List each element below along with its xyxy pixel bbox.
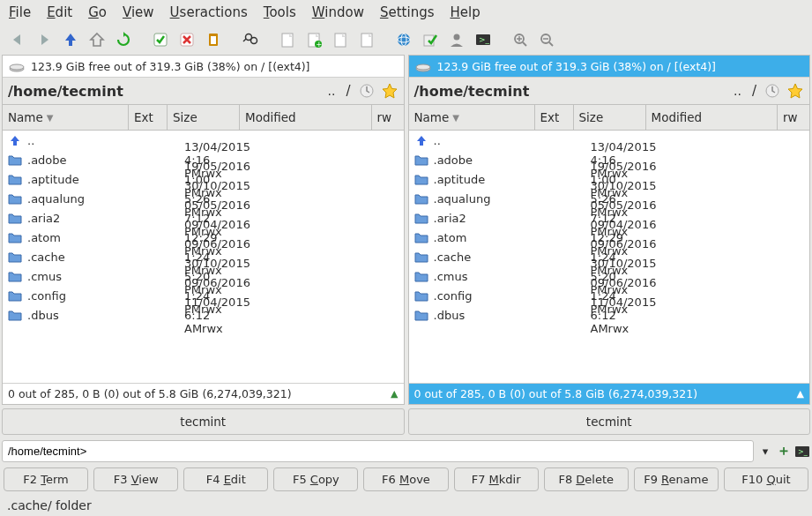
header-size[interactable]: Size	[574, 105, 646, 130]
add-icon[interactable]: ＋	[777, 442, 791, 460]
header-ext[interactable]: Ext	[129, 105, 168, 130]
fn-mkdir-button[interactable]: F7 Mkdir	[454, 467, 539, 491]
file-row[interactable]: .dbus11/04/2015 6:12 AMrwx	[3, 305, 404, 325]
current-path[interactable]: /home/tecmint	[8, 83, 324, 100]
up-arrow-icon	[414, 134, 430, 146]
file-name: .cache	[27, 251, 65, 264]
menu-window[interactable]: Window	[312, 4, 364, 20]
copy-doc-icon[interactable]	[328, 27, 353, 52]
selection-text: 0 out of 285, 0 B (0) out of 5.8 GiB (6,…	[414, 387, 698, 400]
header-permissions[interactable]: rw	[372, 105, 404, 130]
file-name: .dbus	[27, 309, 59, 322]
menu-tools[interactable]: Tools	[264, 4, 296, 20]
forward-icon[interactable]	[32, 27, 56, 52]
folder-icon	[414, 212, 430, 224]
file-name: ..	[27, 134, 34, 147]
fn-delete-button[interactable]: F8 Delete	[544, 467, 629, 491]
left-user-button[interactable]: tecmint	[2, 408, 405, 435]
header-modified[interactable]: Modified	[240, 105, 372, 130]
bookmark-star-icon[interactable]	[381, 82, 399, 100]
file-size: 11/04/2015 6:12 AMrwx	[591, 295, 637, 335]
folder-icon	[8, 231, 24, 243]
terminal-icon[interactable]: >_	[794, 445, 810, 459]
file-name: .cmus	[27, 270, 62, 283]
disk-bar[interactable]: 123.9 GiB free out of 319.3 GiB (38%) on…	[3, 56, 404, 78]
history-icon[interactable]	[358, 82, 376, 100]
refresh-icon[interactable]	[111, 27, 136, 52]
root-dir-button[interactable]: /	[344, 83, 352, 99]
fn-edit-button[interactable]: F4 Edit	[183, 467, 268, 491]
zoom-out-icon[interactable]	[534, 27, 559, 52]
file-permissions: rwx	[608, 322, 629, 335]
function-key-bar: F2 TermF3 ViewF4 EditF5 CopyF6 MoveF7 Mk…	[0, 464, 812, 495]
history-icon[interactable]	[764, 82, 781, 100]
right-user-button[interactable]: tecmint	[408, 408, 811, 435]
file-list[interactable]: ...adobe13/04/2015 4:16 PMrwx.aptitude19…	[409, 131, 810, 383]
fn-view-button[interactable]: F3 View	[93, 467, 178, 491]
header-size[interactable]: Size	[168, 105, 240, 130]
fn-move-button[interactable]: F6 Move	[363, 467, 448, 491]
svg-point-31	[416, 64, 430, 70]
fn-copy-button[interactable]: F5 Copy	[273, 467, 358, 491]
home-icon[interactable]	[85, 27, 109, 52]
right-panel: 123.9 GiB free out of 319.3 GiB (38%) on…	[408, 55, 811, 405]
menu-go[interactable]: Go	[88, 4, 107, 20]
menu-edit[interactable]: Edit	[47, 4, 72, 20]
file-name: .aria2	[434, 212, 466, 225]
move-doc-icon[interactable]	[354, 27, 379, 52]
disk-bar[interactable]: 123.9 GiB free out of 319.3 GiB (38%) on…	[409, 56, 810, 78]
parent-dir-button[interactable]: ..	[730, 84, 745, 98]
column-headers: Name ▼ExtSizeModifiedrw	[3, 105, 404, 131]
menu-settings[interactable]: Settings	[380, 4, 435, 20]
expand-icon[interactable]: ▲	[391, 388, 398, 400]
folder-icon	[414, 173, 430, 185]
bookmark-star-icon[interactable]	[786, 82, 804, 100]
user-icon[interactable]	[444, 27, 469, 52]
file-row[interactable]: .dbus11/04/2015 6:12 AMrwx	[409, 305, 810, 325]
zoom-in-icon[interactable]	[508, 27, 533, 52]
paste-icon[interactable]	[201, 27, 226, 52]
folder-icon	[414, 153, 430, 166]
current-path[interactable]: /home/tecmint	[414, 83, 731, 100]
back-icon[interactable]	[5, 27, 30, 52]
header-name[interactable]: Name ▼	[409, 105, 535, 130]
menu-view[interactable]: View	[123, 4, 154, 20]
disk-icon	[414, 59, 432, 73]
folder-icon	[414, 270, 430, 282]
root-dir-button[interactable]: /	[750, 83, 758, 99]
menu-file[interactable]: File	[9, 4, 31, 20]
folder-icon	[8, 270, 24, 282]
file-name: ..	[434, 134, 441, 147]
up-icon[interactable]	[58, 27, 83, 52]
find-icon[interactable]	[238, 27, 263, 52]
menu-useractions[interactable]: Useractions	[170, 4, 248, 20]
parent-dir-button[interactable]: ..	[324, 84, 339, 98]
globe-icon[interactable]	[391, 27, 416, 52]
command-history-dropdown[interactable]: ▾	[757, 445, 773, 458]
user-bar: tecmint tecmint	[0, 405, 812, 438]
command-input[interactable]	[2, 440, 754, 462]
fn-quit-button[interactable]: F10 Quit	[724, 467, 808, 491]
svg-line-25	[549, 42, 553, 46]
fn-term-button[interactable]: F2 Term	[4, 467, 88, 491]
delete-icon[interactable]	[175, 27, 199, 52]
terminal-icon[interactable]: >_	[471, 27, 495, 52]
header-modified[interactable]: Modified	[646, 105, 778, 130]
expand-icon[interactable]: ▲	[797, 388, 804, 400]
apply-icon[interactable]	[418, 27, 443, 52]
check-icon[interactable]	[148, 27, 173, 52]
header-name[interactable]: Name ▼	[3, 105, 129, 130]
fn-rename-button[interactable]: F9 Rename	[634, 467, 719, 491]
svg-point-5	[251, 38, 257, 44]
svg-text:>_: >_	[798, 448, 808, 456]
disk-icon	[8, 59, 26, 73]
column-headers: Name ▼ExtSizeModifiedrw	[409, 105, 810, 131]
new-doc-plus-icon[interactable]: +	[302, 27, 326, 52]
file-list[interactable]: ...adobe13/04/2015 4:16 PMrwx.aptitude19…	[3, 131, 404, 383]
folder-icon	[8, 212, 24, 224]
header-permissions[interactable]: rw	[778, 105, 809, 130]
header-ext[interactable]: Ext	[535, 105, 574, 130]
new-doc-icon[interactable]	[275, 27, 300, 52]
file-name: .adobe	[434, 153, 473, 167]
menu-help[interactable]: Help	[450, 4, 480, 20]
